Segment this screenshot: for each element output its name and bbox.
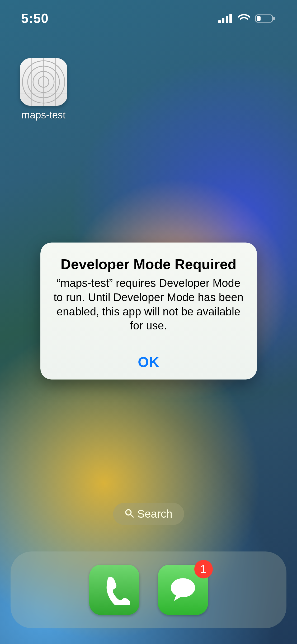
alert-backdrop: Developer Mode Required “maps-test” requ… xyxy=(0,0,297,644)
home-screen: 5:50 xyxy=(0,0,297,644)
alert-title: Developer Mode Required xyxy=(53,256,244,272)
alert-message: “maps-test” requires Developer Mode to r… xyxy=(53,276,244,333)
developer-mode-alert: Developer Mode Required “maps-test” requ… xyxy=(40,243,257,380)
ok-button[interactable]: OK xyxy=(40,344,257,380)
